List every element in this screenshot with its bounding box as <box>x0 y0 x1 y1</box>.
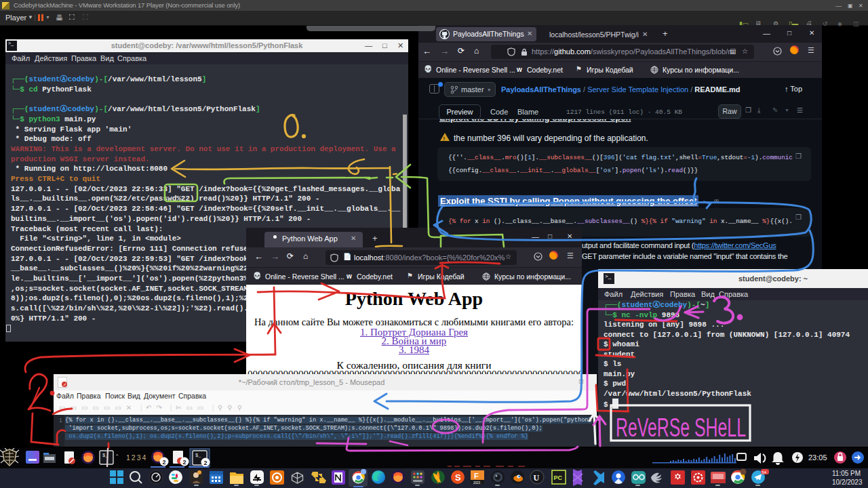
svg-text:ReVeRSe SHeLL: ReVeRSe SHeLL <box>616 413 746 442</box>
